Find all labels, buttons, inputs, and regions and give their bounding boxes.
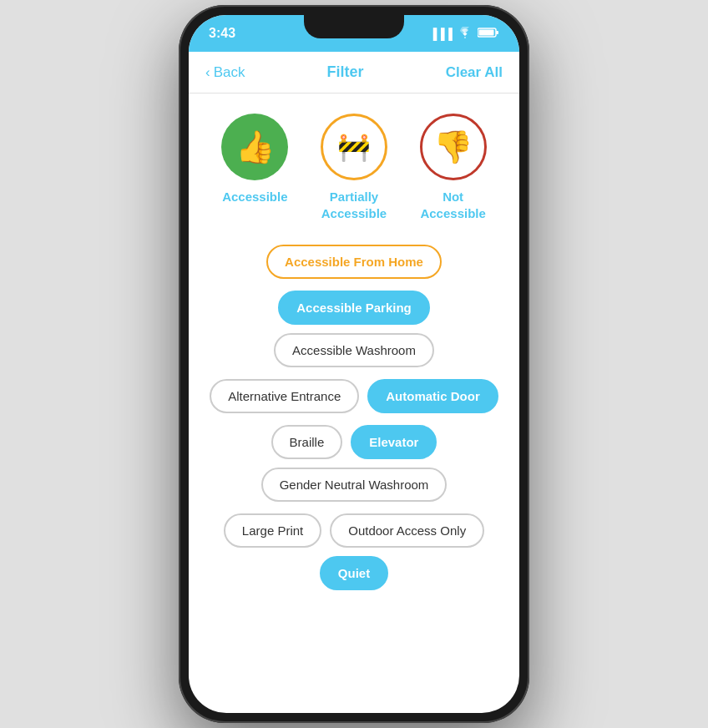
automatic-door-pill[interactable]: Automatic Door: [367, 379, 498, 413]
outdoor-access-only-pill[interactable]: Outdoor Access Only: [330, 513, 484, 548]
elevator-pill[interactable]: Elevator: [351, 425, 437, 459]
notch: [304, 15, 404, 38]
signal-icon: ▐▐▐: [429, 28, 453, 40]
thumbs-down-icon: 👎: [433, 129, 473, 165]
large-print-pill[interactable]: Large Print: [224, 513, 321, 548]
svg-rect-1: [496, 31, 498, 34]
nav-bar: ‹ Back Filter Clear All: [189, 52, 519, 94]
accessible-option[interactable]: 👍 Accessible: [221, 114, 288, 205]
not-accessible-icon-circle: 👎: [420, 114, 487, 180]
braille-pill[interactable]: Braille: [271, 425, 343, 459]
partially-accessible-icon-circle: 🚧: [321, 114, 387, 180]
status-icons: ▐▐▐: [429, 27, 499, 41]
battery-icon: [478, 27, 499, 41]
wifi-icon: [458, 27, 473, 41]
quiet-pill[interactable]: Quiet: [320, 556, 388, 590]
back-button[interactable]: ‹ Back: [205, 64, 245, 81]
filter-pills-section: Accessible From Home Accessible Parking …: [205, 245, 503, 590]
alternative-entrance-pill[interactable]: Alternative Entrance: [210, 379, 359, 413]
accessible-parking-pill[interactable]: Accessible Parking: [278, 291, 430, 325]
accessible-from-home-pill[interactable]: Accessible From Home: [266, 245, 442, 279]
filter-row-3: Braille Elevator Gender Neutral Washroom: [205, 425, 503, 502]
svg-rect-2: [479, 29, 494, 35]
gender-neutral-washroom-pill[interactable]: Gender Neutral Washroom: [261, 468, 448, 502]
clear-all-button[interactable]: Clear All: [446, 64, 503, 81]
back-label: Back: [214, 64, 245, 81]
content-area: 👍 Accessible 🚧 PartiallyAccessible 👎: [189, 94, 519, 713]
home-filter-row: Accessible From Home: [205, 245, 503, 279]
cone-icon: 🚧: [337, 131, 371, 163]
filter-row-1: Accessible Parking Accessible Washroom: [205, 291, 503, 367]
accessible-icon-circle: 👍: [221, 114, 288, 180]
filter-row-4: Large Print Outdoor Access Only Quiet: [205, 513, 503, 590]
phone-screen: 3:43 ▐▐▐: [189, 15, 519, 713]
accessible-washroom-pill[interactable]: Accessible Washroom: [274, 333, 434, 367]
nav-title: Filter: [327, 63, 364, 81]
not-accessible-label: NotAccessible: [420, 189, 485, 221]
thumbs-up-icon: 👍: [235, 129, 275, 165]
status-time: 3:43: [209, 26, 235, 41]
partially-accessible-label: PartiallyAccessible: [321, 189, 387, 221]
status-bar: 3:43 ▐▐▐: [189, 15, 519, 52]
phone-frame: 3:43 ▐▐▐: [179, 5, 529, 723]
partially-accessible-option[interactable]: 🚧 PartiallyAccessible: [321, 114, 387, 221]
filter-row-2: Alternative Entrance Automatic Door: [205, 379, 503, 413]
back-chevron-icon: ‹: [205, 64, 210, 81]
accessibility-options-row: 👍 Accessible 🚧 PartiallyAccessible 👎: [205, 114, 503, 221]
accessible-label: Accessible: [222, 189, 287, 205]
not-accessible-option[interactable]: 👎 NotAccessible: [420, 114, 487, 221]
